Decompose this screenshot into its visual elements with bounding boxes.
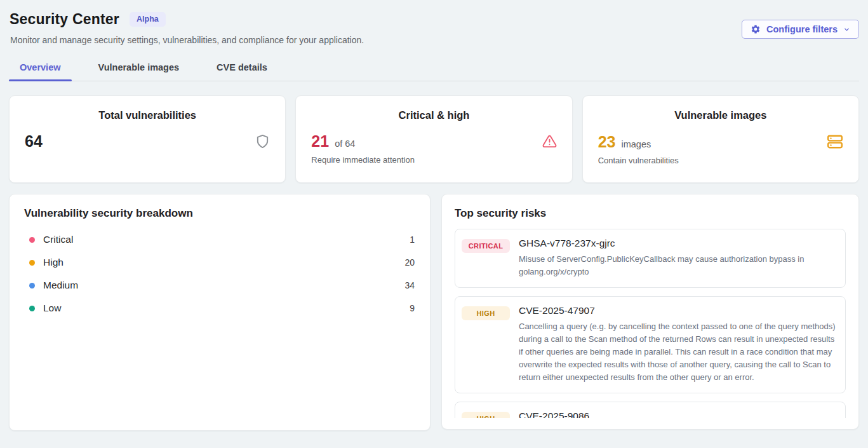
breakdown-value: 20 [404, 257, 415, 268]
page-subtitle: Monitor and manage security settings, vu… [10, 35, 364, 45]
breakdown-label: Medium [43, 280, 396, 291]
low-dot-icon [29, 306, 35, 311]
vulnerable-images-value: 23 [598, 134, 616, 150]
risk-card[interactable]: CRITICAL GHSA-v778-237x-gjrc Misuse of S… [455, 229, 846, 288]
breakdown-row-low: Low 9 [24, 298, 415, 318]
risk-card[interactable]: HIGH CVE-2025-9086 [455, 402, 846, 418]
critical-high-value: 21 [311, 133, 329, 149]
stat-cards-row: Total vulnerabilities 64 Critical & high… [9, 95, 859, 183]
breakdown-value: 9 [410, 303, 415, 313]
total-vulnerabilities-value: 64 [25, 133, 43, 149]
risk-description: Cancelling a query (e.g. by cancelling t… [519, 320, 836, 384]
risks-panel-title: Top security risks [455, 207, 846, 220]
stat-card-title: Vulnerable images [598, 109, 843, 121]
vulnerable-images-card: Vulnerable images 23 images Contain vuln… [582, 95, 859, 183]
breakdown-value: 34 [404, 280, 415, 290]
total-vulnerabilities-card: Total vulnerabilities 64 [9, 95, 286, 183]
risk-card[interactable]: HIGH CVE-2025-47907 Cancelling a query (… [455, 296, 846, 393]
stat-card-title: Total vulnerabilities [25, 109, 270, 121]
breakdown-rows: Critical 1 High 20 Medium 34 Low 9 [24, 229, 415, 318]
stat-card-title: Critical & high [311, 109, 556, 121]
tab-bar: Overview Vulnerable images CVE details [9, 58, 859, 81]
breakdown-label: Critical [43, 234, 401, 245]
critical-high-caption: Require immediate attention [311, 155, 556, 165]
chevron-down-icon [843, 26, 850, 33]
alert-triangle-icon [542, 134, 557, 149]
tab-cve-details[interactable]: CVE details [206, 58, 278, 81]
vulnerable-images-caption: Contain vulnerabilities [598, 156, 843, 165]
breakdown-panel-title: Vulnerability security breakdown [24, 207, 415, 220]
severity-badge: HIGH [462, 306, 510, 320]
configure-filters-label: Configure filters [766, 24, 838, 34]
vulnerability-breakdown-panel: Vulnerability security breakdown Critica… [9, 194, 431, 431]
vulnerable-images-suffix: images [621, 139, 651, 149]
panels-row: Vulnerability security breakdown Critica… [9, 194, 859, 431]
risk-description: Misuse of ServerConfig.PublicKeyCallback… [519, 253, 836, 278]
risk-id: CVE-2025-47907 [519, 305, 836, 316]
gear-icon [751, 24, 761, 34]
risk-id: GHSA-v778-237x-gjrc [519, 238, 836, 249]
critical-dot-icon [29, 237, 35, 243]
tab-overview[interactable]: Overview [9, 58, 72, 81]
risks-list: CRITICAL GHSA-v778-237x-gjrc Misuse of S… [455, 229, 846, 418]
risk-id: CVE-2025-9086 [519, 411, 836, 418]
breakdown-label: Low [43, 302, 401, 314]
high-dot-icon [29, 260, 35, 266]
breakdown-row-high: High 20 [24, 252, 415, 273]
server-icon [827, 133, 843, 150]
severity-badge: HIGH [462, 412, 510, 418]
critical-high-card: Critical & high 21 of 64 Require immedia… [295, 95, 572, 183]
tab-vulnerable-images[interactable]: Vulnerable images [88, 58, 190, 81]
page-header: Security Center Alpha Monitor and manage… [9, 9, 859, 45]
breakdown-row-medium: Medium 34 [24, 275, 415, 295]
page-title: Security Center [10, 11, 119, 28]
breakdown-row-critical: Critical 1 [24, 229, 415, 250]
severity-badge: CRITICAL [462, 239, 510, 253]
security-center-page: Security Center Alpha Monitor and manage… [0, 0, 868, 431]
breakdown-value: 1 [410, 234, 415, 245]
breakdown-label: High [43, 257, 396, 268]
shield-icon [255, 134, 270, 149]
alpha-badge: Alpha [130, 12, 166, 27]
top-security-risks-panel: Top security risks CRITICAL GHSA-v778-23… [441, 194, 859, 430]
medium-dot-icon [29, 283, 35, 288]
critical-high-suffix: of 64 [335, 139, 355, 149]
configure-filters-button[interactable]: Configure filters [742, 20, 859, 39]
